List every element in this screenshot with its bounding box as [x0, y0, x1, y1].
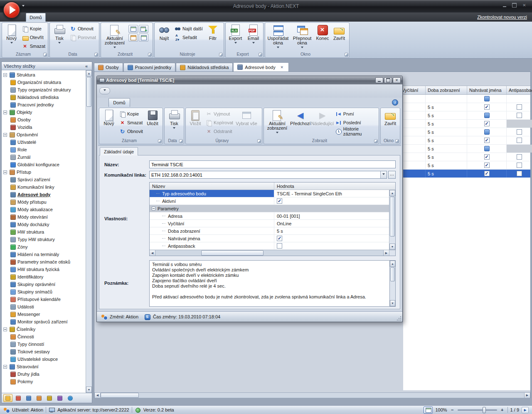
- grid-row[interactable]: 5 s: [403, 170, 530, 178]
- property-column-value[interactable]: Hodnota: [274, 182, 395, 190]
- checkbox-checked[interactable]: [484, 138, 490, 143]
- info-icon[interactable]: [392, 99, 398, 106]
- zoom-slider-thumb[interactable]: [483, 407, 486, 413]
- tree-item[interactable]: Globální konfigurace: [2, 161, 86, 168]
- tree-item[interactable]: Hlášení na terminály: [2, 251, 86, 258]
- scroll-right-button[interactable]: [524, 393, 530, 398]
- tree-expand-toggle[interactable]: [3, 111, 7, 114]
- dialog-refresh-button[interactable]: Obnovit: [118, 128, 143, 135]
- grid-row[interactable]: 5 s: [403, 111, 530, 120]
- combo-dropdown-button[interactable]: [380, 171, 387, 178]
- grid-column-header[interactable]: Doba zobrazení: [426, 86, 467, 94]
- tree-item[interactable]: Typy HW struktury: [2, 236, 86, 243]
- tree-item[interactable]: Skupiny snímačů: [2, 288, 86, 296]
- remove-button[interactable]: Odstranit: [204, 128, 234, 135]
- horizontal-scrollbar[interactable]: [94, 392, 530, 398]
- grid-row[interactable]: [403, 95, 530, 103]
- export-button[interactable]: Export: [227, 23, 244, 51]
- tree-item[interactable]: Oprávnění: [2, 131, 86, 138]
- property-checkbox[interactable]: [277, 198, 282, 204]
- note-textarea[interactable]: Terminál s volbou směru Ovládání společn…: [149, 260, 389, 307]
- scroll-left-button[interactable]: [95, 393, 101, 398]
- tree-item[interactable]: Módy přístupu: [2, 198, 86, 206]
- app-logo-button[interactable]: [3, 1, 20, 19]
- group-launcher[interactable]: [43, 53, 47, 57]
- tree-scrollbar[interactable]: [86, 70, 92, 393]
- group-launcher[interactable]: [179, 139, 183, 143]
- property-grid-hscrollbar[interactable]: [150, 250, 389, 256]
- dialog-close-window-button[interactable]: Zavřít: [382, 108, 399, 138]
- tree-item[interactable]: Osoby: [2, 116, 86, 123]
- tree-item[interactable]: Typy činností: [2, 340, 86, 348]
- cut-button[interactable]: Vyjmout: [204, 110, 234, 118]
- exit-button[interactable]: Konec: [314, 23, 331, 51]
- note-scrollbar[interactable]: [389, 260, 396, 307]
- comm-line-browse-button[interactable]: [388, 171, 396, 179]
- dialog-print-button[interactable]: Tisk: [165, 108, 183, 138]
- scroll-down-button[interactable]: [390, 300, 395, 306]
- tree-item[interactable]: Pracovní jednotky: [2, 101, 86, 108]
- last-record-button[interactable]: Poslední: [334, 119, 377, 126]
- document-tab[interactable]: Adresové body: [233, 62, 288, 71]
- tree-item[interactable]: Správci zařízení: [2, 176, 86, 183]
- tree-item[interactable]: Uživatelské sloupce: [2, 355, 86, 363]
- tree-expand-toggle[interactable]: [3, 328, 7, 331]
- scroll-down-button[interactable]: [86, 387, 92, 393]
- property-row[interactable]: Doba zobrazení5 s: [150, 227, 389, 235]
- dialog-maximize-button[interactable]: [384, 77, 392, 83]
- scrollbar-thumb[interactable]: [101, 393, 139, 398]
- record-history-button[interactable]: Historie záznamu: [334, 128, 377, 135]
- zoom-fit-button[interactable]: [424, 407, 433, 414]
- collapse-panel-button[interactable]: [83, 63, 90, 69]
- email-button[interactable]: Email: [244, 23, 262, 51]
- group-launcher[interactable]: [259, 53, 262, 57]
- check-version-link[interactable]: Zkontrolovat novou verzi: [477, 15, 527, 20]
- delete-button[interactable]: Smazat: [20, 42, 47, 50]
- select-all-button[interactable]: Vybrat vše: [234, 108, 259, 138]
- tree-item[interactable]: Monitor správců zařízení: [2, 318, 86, 325]
- checkbox-unchecked[interactable]: [517, 138, 522, 143]
- zoom-out-button[interactable]: [450, 407, 455, 413]
- grid-column-header[interactable]: Nahrávat jména: [467, 86, 507, 94]
- objects-view-button[interactable]: [55, 394, 64, 402]
- property-row[interactable]: Nahrávat jména: [150, 235, 389, 242]
- dialog-close-button[interactable]: [393, 77, 401, 83]
- scrollbar-thumb[interactable]: [390, 197, 395, 237]
- arrange-windows-button[interactable]: Uspořádat okna: [266, 23, 290, 51]
- view-option-button[interactable]: [139, 25, 148, 33]
- group-launcher[interactable]: [395, 139, 399, 143]
- tree-item[interactable]: Činnosti: [2, 333, 86, 340]
- group-launcher[interactable]: [374, 139, 378, 143]
- scroll-up-button[interactable]: [389, 190, 395, 196]
- grid-row[interactable]: 5 s: [403, 136, 530, 145]
- document-tab[interactable]: Osoby: [94, 63, 123, 71]
- checkbox-checked[interactable]: [484, 163, 490, 168]
- filter-button[interactable]: Filtr: [204, 23, 221, 51]
- grid-row[interactable]: 5 s: [403, 153, 530, 161]
- comm-line-input[interactable]: [149, 171, 387, 179]
- next-record-button[interactable]: Následující: [311, 108, 334, 138]
- persons-view-button[interactable]: [34, 394, 44, 402]
- scrollbar-thumb[interactable]: [86, 77, 91, 107]
- folders-view-button[interactable]: [3, 394, 12, 402]
- tree-item[interactable]: Nákladová střediska: [2, 94, 86, 101]
- group-launcher[interactable]: [257, 139, 261, 143]
- grid-row[interactable]: 5 s: [403, 161, 530, 170]
- scroll-right-button[interactable]: [383, 250, 389, 256]
- first-record-button[interactable]: První: [334, 110, 377, 118]
- scroll-left-button[interactable]: [150, 250, 155, 256]
- group-expand-toggle[interactable]: [152, 207, 155, 210]
- dialog-tab-home[interactable]: Domů: [108, 98, 130, 107]
- checkbox-unchecked[interactable]: [517, 163, 522, 168]
- info-view-button[interactable]: [66, 394, 75, 402]
- find-button[interactable]: Najít: [155, 23, 173, 51]
- checkbox-unchecked[interactable]: [517, 129, 522, 135]
- dialog-copy-button[interactable]: Kopie: [118, 110, 143, 118]
- open-button[interactable]: Otevřít: [20, 34, 47, 41]
- checkbox-checked[interactable]: [484, 104, 490, 110]
- property-grid-vscrollbar[interactable]: [389, 190, 395, 250]
- property-checkbox[interactable]: [277, 243, 282, 249]
- tree-expand-toggle[interactable]: [3, 170, 7, 174]
- copy-to-clipboard-button[interactable]: Kopírovat: [204, 119, 234, 126]
- close-button[interactable]: [520, 2, 529, 8]
